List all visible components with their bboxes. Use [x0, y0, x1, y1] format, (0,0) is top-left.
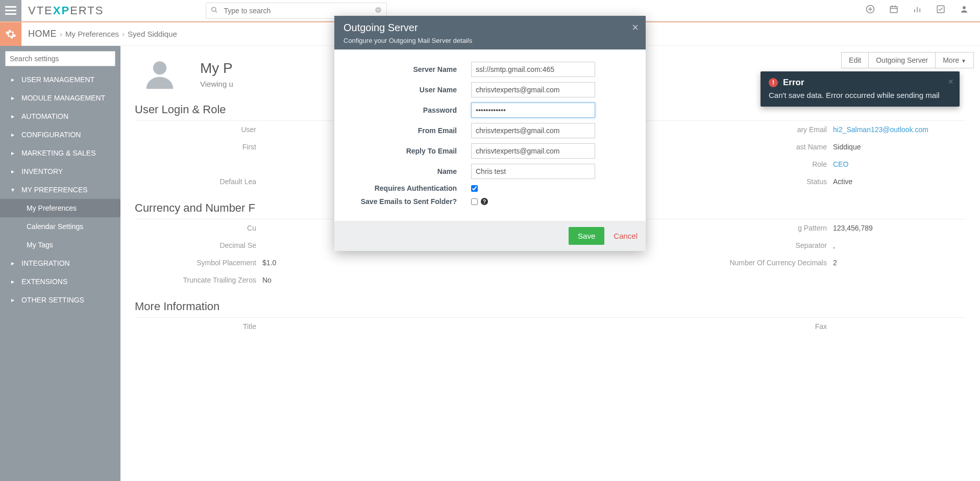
save-sent-checkbox[interactable]	[471, 198, 478, 205]
server-name-input[interactable]	[471, 62, 595, 77]
modal-subtitle: Configure your Outgoing Mail Server deta…	[344, 37, 636, 44]
cancel-button[interactable]: Cancel	[614, 232, 638, 240]
error-toast: × ! Error Can't save data. Error occurre…	[761, 71, 960, 107]
requires-auth-label: Requires Authentication	[350, 184, 471, 192]
server-name-label: Server Name	[350, 65, 471, 73]
error-icon: !	[769, 78, 778, 87]
password-input[interactable]	[471, 103, 595, 118]
reply-to-label: Reply To Email	[350, 147, 471, 155]
save-sent-label: Save Emails to Sent Folder?	[350, 197, 471, 206]
outgoing-server-modal: Outgoing Server Configure your Outgoing …	[334, 16, 646, 251]
name-input[interactable]	[471, 164, 595, 179]
close-icon[interactable]: ×	[632, 21, 639, 34]
close-icon[interactable]: ×	[948, 77, 953, 87]
help-icon[interactable]: ?	[481, 198, 488, 205]
modal-header: Outgoing Server Configure your Outgoing …	[334, 16, 646, 49]
from-email-input[interactable]	[471, 123, 595, 138]
toast-body: Can't save data. Error occurred while se…	[769, 91, 951, 99]
user-name-input[interactable]	[471, 82, 595, 97]
modal-title: Outgoing Server	[344, 22, 636, 34]
reply-to-input[interactable]	[471, 143, 595, 159]
user-name-label: User Name	[350, 86, 471, 94]
password-label: Password	[350, 106, 471, 114]
save-button[interactable]: Save	[569, 227, 604, 245]
name-label: Name	[350, 167, 471, 175]
toast-title: Error	[783, 78, 804, 88]
requires-auth-checkbox[interactable]	[471, 185, 478, 192]
from-email-label: From Email	[350, 126, 471, 135]
